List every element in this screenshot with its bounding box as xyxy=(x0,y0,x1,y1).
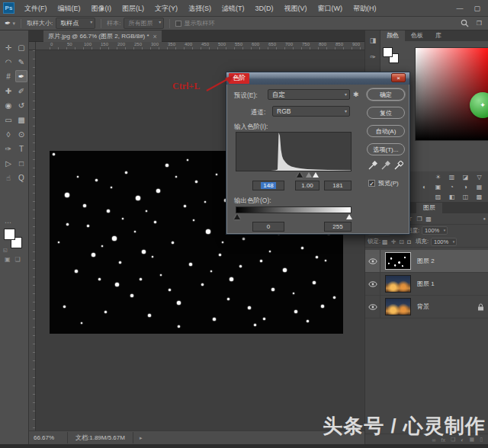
layer-thumbnail[interactable] xyxy=(385,298,411,315)
layer-row-2[interactable]: 图层 1 xyxy=(365,273,488,296)
status-caret-icon[interactable]: ▸ xyxy=(140,435,143,441)
adjustment-icon[interactable]: ▥ xyxy=(447,173,457,181)
layer-thumbnail[interactable] xyxy=(385,275,411,293)
menu-item-10[interactable]: 帮助(H) xyxy=(348,0,382,17)
preset-dropdown[interactable]: 自定 xyxy=(268,89,350,100)
sample-dropdown[interactable]: 所有图层 xyxy=(124,18,164,29)
layer-visibility-toggle[interactable] xyxy=(365,273,380,296)
hand-tool[interactable]: ☝ xyxy=(2,171,14,184)
filter-toggle-icon[interactable]: ● xyxy=(483,216,486,221)
gray-point-eyedropper-icon[interactable] xyxy=(381,161,390,170)
output-black-slider[interactable] xyxy=(234,214,240,219)
minimize-button[interactable]: — xyxy=(456,5,463,12)
layer-visibility-toggle[interactable] xyxy=(365,296,380,318)
adjustment-icon[interactable]: ◧ xyxy=(447,193,457,200)
output-white-slider[interactable] xyxy=(346,214,352,219)
adjustment-icon[interactable]: ◫ xyxy=(461,193,470,200)
lock-option-icon[interactable]: ◘ xyxy=(407,238,411,245)
tab-色板[interactable]: 色板 xyxy=(405,30,429,41)
dialog-close-button[interactable]: × xyxy=(391,73,406,82)
eyedropper-tool[interactable]: ✒ xyxy=(15,70,27,82)
document-tab[interactable]: 原片.jpg @ 66.7% (图层 2, RGB/8#) * × xyxy=(43,30,162,42)
layer-name[interactable]: 背景 xyxy=(417,302,429,311)
auto-button[interactable]: 自动(A) xyxy=(367,125,405,137)
type-tool[interactable]: T xyxy=(15,142,27,155)
path-select-tool[interactable]: ▷ xyxy=(2,157,14,169)
panel-foreground-swatch[interactable] xyxy=(383,47,393,57)
collapsed-panel-icon[interactable]: ✑ xyxy=(368,52,378,62)
layer-visibility-toggle[interactable] xyxy=(365,250,380,273)
eraser-tool[interactable]: ▭ xyxy=(2,114,14,126)
eyedropper-tool-icon[interactable]: ✒ xyxy=(5,19,11,27)
adjustment-icon[interactable]: ☀ xyxy=(433,173,443,181)
tool-preset-caret-icon[interactable]: ▾ xyxy=(12,21,15,27)
sample-size-dropdown[interactable]: 取样点 xyxy=(56,18,95,29)
preview-option[interactable]: ✓ 预览(P) xyxy=(368,179,399,187)
history-brush-tool[interactable]: ↺ xyxy=(15,99,27,111)
quick-mask-icon[interactable]: ▣❏ xyxy=(5,256,25,263)
layer-row-1[interactable]: 图层 2 xyxy=(365,250,488,273)
lock-option-icon[interactable]: ▩ xyxy=(382,238,388,245)
healing-brush-tool[interactable]: ✚ xyxy=(2,85,14,97)
pen-tool[interactable]: ✑ xyxy=(2,142,14,155)
adjustment-icon[interactable]: ◐ xyxy=(419,183,429,190)
shape-tool[interactable]: □ xyxy=(15,157,27,169)
adjustment-icon[interactable]: ◪ xyxy=(461,173,470,181)
menu-item-7[interactable]: 3D(D) xyxy=(250,0,279,17)
search-icon[interactable] xyxy=(461,19,469,27)
lock-option-icon[interactable]: ⊡ xyxy=(399,238,404,245)
menu-item-4[interactable]: 文字(Y) xyxy=(149,0,183,17)
eye-icon[interactable] xyxy=(368,304,377,310)
brush-tool[interactable]: ✐ xyxy=(15,85,27,97)
more-tools-icon[interactable]: ⋯ xyxy=(5,219,11,226)
gradient-tool[interactable]: ▩ xyxy=(15,114,27,126)
zoom-level-field[interactable]: 66.67% xyxy=(34,434,64,441)
layer-filter-icon[interactable]: ❒ xyxy=(415,216,424,222)
move-tool[interactable]: ✛ xyxy=(2,41,14,53)
collapsed-panel-icon[interactable]: ◨ xyxy=(368,35,378,46)
tab-颜色[interactable]: 颜色 xyxy=(380,30,405,41)
fill-field[interactable]: 100% xyxy=(431,238,457,246)
clone-stamp-tool[interactable]: ◉ xyxy=(2,99,14,111)
menu-item-6[interactable]: 滤镜(T) xyxy=(217,0,250,17)
crop-tool[interactable]: # xyxy=(2,70,14,82)
tab-库[interactable]: 库 xyxy=(429,30,448,41)
white-point-slider[interactable] xyxy=(313,172,319,178)
black-point-slider[interactable] xyxy=(297,172,303,178)
menu-item-8[interactable]: 视图(V) xyxy=(279,0,313,17)
adjustment-icon[interactable]: ▽ xyxy=(474,173,484,181)
options-button[interactable]: 选项(T)... xyxy=(367,143,405,155)
layer-name[interactable]: 图层 1 xyxy=(417,280,435,288)
adjustment-icon[interactable]: ▨ xyxy=(433,193,443,200)
adjustment-icon[interactable]: ▦ xyxy=(474,183,484,190)
layer-row-3[interactable]: 背景 xyxy=(365,296,488,318)
white-point-eyedropper-icon[interactable] xyxy=(394,161,403,170)
menu-item-5[interactable]: 选择(S) xyxy=(183,0,217,17)
channel-dropdown[interactable]: RGB xyxy=(272,106,350,117)
input-gamma-field[interactable]: 1.00 xyxy=(295,181,319,190)
gear-icon[interactable]: ✱ xyxy=(353,91,359,98)
input-black-field[interactable]: 148 xyxy=(252,181,284,190)
default-colors-icon[interactable]: ◱ xyxy=(3,247,8,252)
output-black-field[interactable]: 0 xyxy=(252,222,284,232)
layer-thumbnail[interactable] xyxy=(385,252,411,270)
blur-tool[interactable]: ◊ xyxy=(2,128,14,140)
maximize-button[interactable]: ▢ xyxy=(474,5,480,12)
midtone-slider[interactable] xyxy=(306,172,312,178)
eye-icon[interactable] xyxy=(368,258,377,264)
output-white-field[interactable]: 255 xyxy=(324,222,352,232)
layer-filter-icon[interactable]: ▩ xyxy=(424,216,433,222)
adjustment-icon[interactable]: ▩ xyxy=(474,193,484,200)
menu-item-9[interactable]: 窗口(W) xyxy=(313,0,348,17)
workspace-icon[interactable]: ❒ xyxy=(477,20,482,27)
dodge-tool[interactable]: ⊙ xyxy=(15,128,27,140)
black-point-eyedropper-icon[interactable] xyxy=(368,161,377,170)
adjustment-icon[interactable]: ◑ xyxy=(461,183,470,190)
menu-item-3[interactable]: 图层(L) xyxy=(117,0,149,17)
marquee-tool[interactable]: ▢ xyxy=(15,41,27,53)
opacity-field[interactable]: 100% xyxy=(422,226,448,235)
show-sampling-ring-checkbox[interactable]: 显示取样环 xyxy=(175,19,214,27)
lasso-tool[interactable]: ◠ xyxy=(2,56,14,68)
eye-icon[interactable] xyxy=(368,281,377,287)
input-white-field[interactable]: 181 xyxy=(324,181,352,190)
